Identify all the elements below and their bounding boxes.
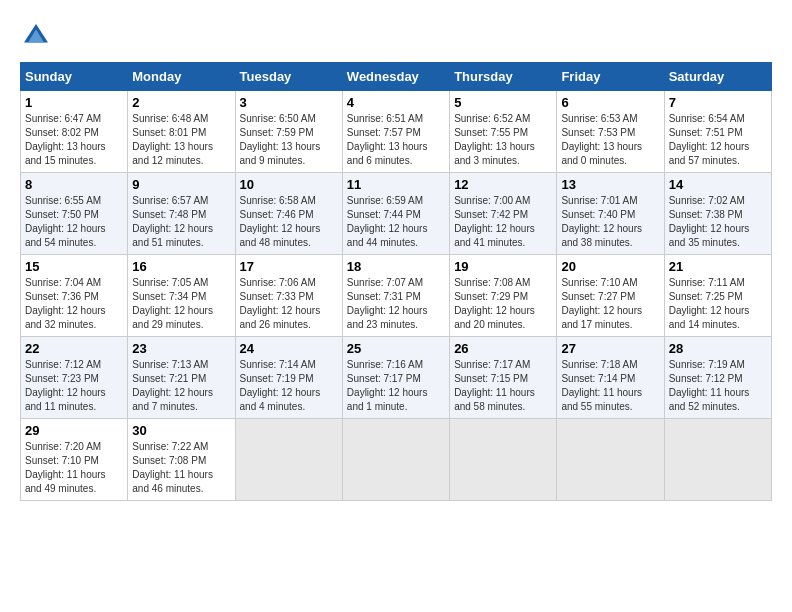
table-row: 21Sunrise: 7:11 AMSunset: 7:25 PMDayligh… [664,255,771,337]
table-row: 13Sunrise: 7:01 AMSunset: 7:40 PMDayligh… [557,173,664,255]
dow-saturday: Saturday [664,63,771,91]
day-number: 2 [132,95,230,110]
table-row [235,419,342,501]
dow-tuesday: Tuesday [235,63,342,91]
day-number: 25 [347,341,445,356]
table-row: 2Sunrise: 6:48 AMSunset: 8:01 PMDaylight… [128,91,235,173]
day-detail: Sunrise: 7:11 AMSunset: 7:25 PMDaylight:… [669,276,767,332]
day-detail: Sunrise: 7:22 AMSunset: 7:08 PMDaylight:… [132,440,230,496]
day-detail: Sunrise: 7:07 AMSunset: 7:31 PMDaylight:… [347,276,445,332]
day-number: 10 [240,177,338,192]
day-number: 1 [25,95,123,110]
day-number: 19 [454,259,552,274]
day-detail: Sunrise: 7:12 AMSunset: 7:23 PMDaylight:… [25,358,123,414]
table-row: 15Sunrise: 7:04 AMSunset: 7:36 PMDayligh… [21,255,128,337]
day-number: 14 [669,177,767,192]
day-detail: Sunrise: 6:48 AMSunset: 8:01 PMDaylight:… [132,112,230,168]
day-detail: Sunrise: 7:17 AMSunset: 7:15 PMDaylight:… [454,358,552,414]
day-detail: Sunrise: 7:08 AMSunset: 7:29 PMDaylight:… [454,276,552,332]
day-detail: Sunrise: 7:20 AMSunset: 7:10 PMDaylight:… [25,440,123,496]
dow-monday: Monday [128,63,235,91]
day-detail: Sunrise: 6:57 AMSunset: 7:48 PMDaylight:… [132,194,230,250]
table-row: 29Sunrise: 7:20 AMSunset: 7:10 PMDayligh… [21,419,128,501]
table-row: 22Sunrise: 7:12 AMSunset: 7:23 PMDayligh… [21,337,128,419]
table-row: 7Sunrise: 6:54 AMSunset: 7:51 PMDaylight… [664,91,771,173]
day-number: 6 [561,95,659,110]
logo-icon [20,20,52,52]
table-row [450,419,557,501]
dow-thursday: Thursday [450,63,557,91]
calendar-table: SundayMondayTuesdayWednesdayThursdayFrid… [20,62,772,501]
day-number: 23 [132,341,230,356]
table-row: 27Sunrise: 7:18 AMSunset: 7:14 PMDayligh… [557,337,664,419]
day-detail: Sunrise: 7:04 AMSunset: 7:36 PMDaylight:… [25,276,123,332]
day-detail: Sunrise: 6:52 AMSunset: 7:55 PMDaylight:… [454,112,552,168]
day-number: 16 [132,259,230,274]
table-row: 3Sunrise: 6:50 AMSunset: 7:59 PMDaylight… [235,91,342,173]
day-detail: Sunrise: 7:06 AMSunset: 7:33 PMDaylight:… [240,276,338,332]
day-number: 18 [347,259,445,274]
day-detail: Sunrise: 7:01 AMSunset: 7:40 PMDaylight:… [561,194,659,250]
day-number: 3 [240,95,338,110]
table-row: 17Sunrise: 7:06 AMSunset: 7:33 PMDayligh… [235,255,342,337]
day-detail: Sunrise: 7:13 AMSunset: 7:21 PMDaylight:… [132,358,230,414]
day-number: 27 [561,341,659,356]
dow-sunday: Sunday [21,63,128,91]
day-number: 30 [132,423,230,438]
table-row: 1Sunrise: 6:47 AMSunset: 8:02 PMDaylight… [21,91,128,173]
day-number: 13 [561,177,659,192]
day-detail: Sunrise: 7:02 AMSunset: 7:38 PMDaylight:… [669,194,767,250]
day-detail: Sunrise: 6:47 AMSunset: 8:02 PMDaylight:… [25,112,123,168]
logo [20,20,56,52]
table-row: 5Sunrise: 6:52 AMSunset: 7:55 PMDaylight… [450,91,557,173]
day-number: 7 [669,95,767,110]
day-number: 24 [240,341,338,356]
day-number: 26 [454,341,552,356]
table-row: 10Sunrise: 6:58 AMSunset: 7:46 PMDayligh… [235,173,342,255]
day-detail: Sunrise: 6:53 AMSunset: 7:53 PMDaylight:… [561,112,659,168]
day-number: 9 [132,177,230,192]
day-detail: Sunrise: 6:58 AMSunset: 7:46 PMDaylight:… [240,194,338,250]
table-row: 23Sunrise: 7:13 AMSunset: 7:21 PMDayligh… [128,337,235,419]
table-row: 4Sunrise: 6:51 AMSunset: 7:57 PMDaylight… [342,91,449,173]
day-detail: Sunrise: 6:50 AMSunset: 7:59 PMDaylight:… [240,112,338,168]
day-number: 11 [347,177,445,192]
day-number: 8 [25,177,123,192]
day-detail: Sunrise: 7:00 AMSunset: 7:42 PMDaylight:… [454,194,552,250]
table-row: 14Sunrise: 7:02 AMSunset: 7:38 PMDayligh… [664,173,771,255]
day-detail: Sunrise: 7:16 AMSunset: 7:17 PMDaylight:… [347,358,445,414]
table-row [342,419,449,501]
day-number: 12 [454,177,552,192]
table-row: 20Sunrise: 7:10 AMSunset: 7:27 PMDayligh… [557,255,664,337]
table-row [557,419,664,501]
day-number: 22 [25,341,123,356]
page-header [20,20,772,52]
table-row: 19Sunrise: 7:08 AMSunset: 7:29 PMDayligh… [450,255,557,337]
day-detail: Sunrise: 6:54 AMSunset: 7:51 PMDaylight:… [669,112,767,168]
day-detail: Sunrise: 7:10 AMSunset: 7:27 PMDaylight:… [561,276,659,332]
day-detail: Sunrise: 7:18 AMSunset: 7:14 PMDaylight:… [561,358,659,414]
day-number: 21 [669,259,767,274]
day-number: 29 [25,423,123,438]
table-row: 11Sunrise: 6:59 AMSunset: 7:44 PMDayligh… [342,173,449,255]
dow-friday: Friday [557,63,664,91]
table-row: 9Sunrise: 6:57 AMSunset: 7:48 PMDaylight… [128,173,235,255]
day-detail: Sunrise: 6:59 AMSunset: 7:44 PMDaylight:… [347,194,445,250]
day-number: 15 [25,259,123,274]
table-row: 25Sunrise: 7:16 AMSunset: 7:17 PMDayligh… [342,337,449,419]
day-detail: Sunrise: 7:19 AMSunset: 7:12 PMDaylight:… [669,358,767,414]
day-number: 20 [561,259,659,274]
day-detail: Sunrise: 6:55 AMSunset: 7:50 PMDaylight:… [25,194,123,250]
day-detail: Sunrise: 6:51 AMSunset: 7:57 PMDaylight:… [347,112,445,168]
day-number: 4 [347,95,445,110]
table-row: 6Sunrise: 6:53 AMSunset: 7:53 PMDaylight… [557,91,664,173]
day-number: 28 [669,341,767,356]
table-row: 18Sunrise: 7:07 AMSunset: 7:31 PMDayligh… [342,255,449,337]
table-row: 16Sunrise: 7:05 AMSunset: 7:34 PMDayligh… [128,255,235,337]
day-detail: Sunrise: 7:05 AMSunset: 7:34 PMDaylight:… [132,276,230,332]
table-row: 24Sunrise: 7:14 AMSunset: 7:19 PMDayligh… [235,337,342,419]
table-row: 12Sunrise: 7:00 AMSunset: 7:42 PMDayligh… [450,173,557,255]
table-row [664,419,771,501]
dow-wednesday: Wednesday [342,63,449,91]
table-row: 8Sunrise: 6:55 AMSunset: 7:50 PMDaylight… [21,173,128,255]
